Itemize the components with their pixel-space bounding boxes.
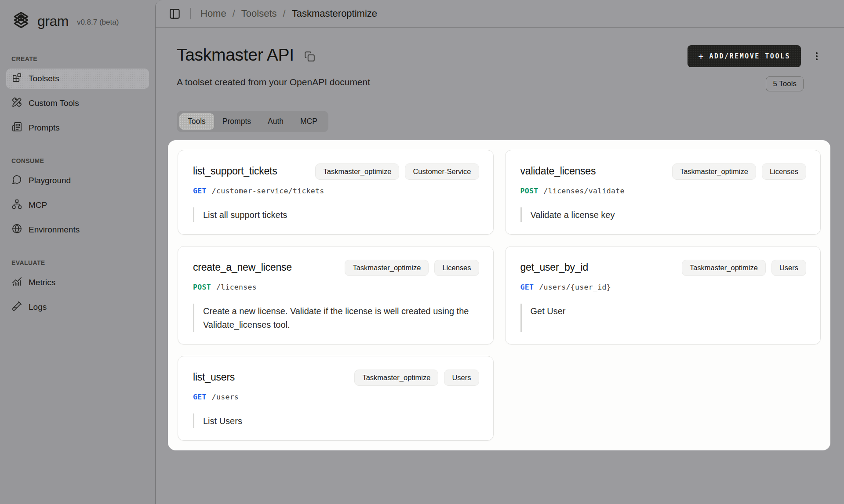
tool-description: Create a new license. Validate if the li… — [203, 305, 476, 332]
tool-description-block: List all support tickets — [193, 207, 479, 222]
tool-tags: Taskmaster_optimizeCustomer-Service — [315, 163, 479, 180]
tool-description-block: Validate a license key — [520, 207, 807, 222]
sidebar-item-toolsets[interactable]: Toolsets — [6, 69, 149, 89]
tool-description: List Users — [203, 414, 476, 428]
tab-auth[interactable]: Auth — [259, 113, 292, 130]
sidebar-item-playground[interactable]: Playground — [6, 170, 149, 191]
http-method: GET — [520, 283, 534, 291]
tabs: ToolsPromptsAuthMCP — [177, 111, 328, 132]
tool-card-header: validate_licensesTaskmaster_optimizeLice… — [520, 163, 807, 180]
tool-card-list_users[interactable]: list_usersTaskmaster_optimizeUsersGET/us… — [178, 356, 494, 441]
breadcrumb-item-home[interactable]: Home — [200, 8, 226, 19]
tool-endpoint: GET/users/{user_id} — [520, 283, 807, 291]
tool-description: Validate a license key — [531, 208, 803, 222]
breadcrumb-item-toolsets[interactable]: Toolsets — [241, 8, 277, 19]
tool-card-validate_licenses[interactable]: validate_licensesTaskmaster_optimizeLice… — [505, 150, 821, 235]
sidebar-item-prompts[interactable]: Prompts — [6, 118, 149, 138]
sidebar-item-mcp[interactable]: MCP — [6, 195, 149, 215]
tools-grid: list_support_ticketsTaskmaster_optimizeC… — [178, 150, 821, 441]
tool-tag: Users — [444, 370, 479, 386]
sidebar-item-label: MCP — [29, 200, 47, 210]
tool-description-block: Create a new license. Validate if the li… — [193, 304, 479, 332]
tabs-wrap: ToolsPromptsAuthMCP — [156, 111, 844, 132]
sidebar-item-label: Playground — [29, 176, 71, 185]
tab-tools[interactable]: Tools — [179, 113, 214, 130]
endpoint-path: /users/{user_id} — [539, 283, 611, 291]
kebab-menu-icon[interactable] — [811, 51, 822, 62]
tool-tag: Users — [771, 260, 806, 276]
http-method: GET — [193, 393, 207, 401]
gram-logo-icon — [11, 11, 31, 32]
sidebar-toggle-icon[interactable] — [169, 8, 181, 20]
breadcrumb-separator: / — [233, 8, 235, 19]
tool-tag: Taskmaster_optimize — [672, 163, 756, 180]
custom-tools-icon — [12, 97, 22, 109]
sidebar-item-label: Custom Tools — [29, 98, 79, 108]
tab-mcp[interactable]: MCP — [292, 113, 326, 130]
tool-tag: Licenses — [434, 260, 479, 276]
page-header: Taskmaster API A toolset created from yo… — [156, 28, 844, 91]
tool-endpoint: POST/licenses/validate — [520, 187, 807, 195]
tool-tag: Taskmaster_optimize — [315, 163, 399, 180]
tool-tag: Taskmaster_optimize — [354, 370, 438, 386]
sidebar-section-label: CREATE — [11, 55, 144, 62]
sidebar-item-custom-tools[interactable]: Custom Tools — [6, 93, 149, 113]
tool-description-block: List Users — [193, 413, 479, 428]
breadcrumb-separator: / — [283, 8, 286, 19]
sidebar-item-label: Prompts — [29, 123, 60, 133]
tool-card-create_a_new_license[interactable]: create_a_new_licenseTaskmaster_optimizeL… — [178, 246, 494, 344]
brand-logo[interactable]: gram v0.8.7 (beta) — [0, 0, 155, 40]
breadcrumb-item-taskmasteroptimize: Taskmasteroptimize — [292, 8, 377, 19]
tool-endpoint: GET/users — [193, 393, 479, 401]
sidebar-item-logs[interactable]: Logs — [6, 297, 149, 317]
sidebar-item-metrics[interactable]: Metrics — [6, 272, 149, 293]
main-panel: Home/Toolsets/Taskmasteroptimize Taskmas… — [155, 0, 844, 504]
tool-tag: Licenses — [762, 163, 806, 180]
tool-endpoint: GET/customer-service/tickets — [193, 187, 479, 195]
tool-endpoint: POST/licenses — [193, 283, 479, 291]
endpoint-path: /customer-service/tickets — [212, 187, 324, 195]
page-subtitle: A toolset created from your OpenAPI docu… — [177, 77, 370, 87]
endpoint-path: /licenses — [216, 283, 257, 291]
brand-version: v0.8.7 (beta) — [77, 18, 119, 27]
environments-icon — [12, 224, 22, 236]
http-method: GET — [193, 187, 207, 195]
http-method: POST — [193, 283, 211, 291]
tool-card-header: create_a_new_licenseTaskmaster_optimizeL… — [193, 260, 479, 276]
playground-icon — [12, 174, 22, 187]
tool-description-block: Get User — [520, 304, 807, 332]
brand-name: gram — [37, 13, 69, 29]
endpoint-path: /users — [212, 393, 239, 401]
sidebar-section: EVALUATEMetricsLogs — [6, 259, 149, 317]
breadcrumb: Home/Toolsets/Taskmasteroptimize — [200, 8, 377, 19]
tool-card-header: list_usersTaskmaster_optimizeUsers — [193, 370, 479, 386]
sidebar-section: CREATEToolsetsCustom ToolsPrompts — [6, 55, 149, 138]
page-title: Taskmaster API — [177, 45, 294, 65]
tools-count-badge: 5 Tools — [766, 76, 804, 91]
metrics-icon — [12, 276, 22, 289]
add-remove-tools-button[interactable]: + ADD/REMOVE TOOLS — [688, 45, 801, 67]
tool-tag: Taskmaster_optimize — [345, 260, 429, 276]
tool-card-header: get_user_by_idTaskmaster_optimizeUsers — [520, 260, 807, 276]
tool-tags: Taskmaster_optimizeUsers — [682, 260, 806, 276]
tool-tags: Taskmaster_optimizeLicenses — [672, 163, 806, 180]
tool-name: list_users — [193, 370, 235, 383]
sidebar-item-label: Logs — [29, 302, 47, 312]
sidebar: gram v0.8.7 (beta) CREATEToolsetsCustom … — [0, 0, 155, 504]
tool-tags: Taskmaster_optimizeUsers — [354, 370, 479, 386]
sidebar-item-environments[interactable]: Environments — [6, 220, 149, 240]
tool-card-get_user_by_id[interactable]: get_user_by_idTaskmaster_optimizeUsersGE… — [505, 246, 821, 344]
sidebar-section: CONSUMEPlaygroundMCPEnvironments — [6, 157, 149, 240]
tab-prompts[interactable]: Prompts — [214, 113, 259, 130]
topbar: Home/Toolsets/Taskmasteroptimize — [156, 0, 844, 28]
copy-icon[interactable] — [304, 51, 315, 62]
sidebar-item-label: Environments — [29, 225, 80, 235]
tool-name: create_a_new_license — [193, 260, 292, 273]
sidebar-section-label: EVALUATE — [11, 259, 144, 266]
topbar-divider — [190, 8, 191, 19]
endpoint-path: /licenses/validate — [543, 187, 624, 195]
tool-description: Get User — [531, 305, 803, 318]
sidebar-item-label: Toolsets — [29, 74, 59, 83]
tool-card-list_support_tickets[interactable]: list_support_ticketsTaskmaster_optimizeC… — [178, 150, 494, 235]
http-method: POST — [520, 187, 538, 195]
